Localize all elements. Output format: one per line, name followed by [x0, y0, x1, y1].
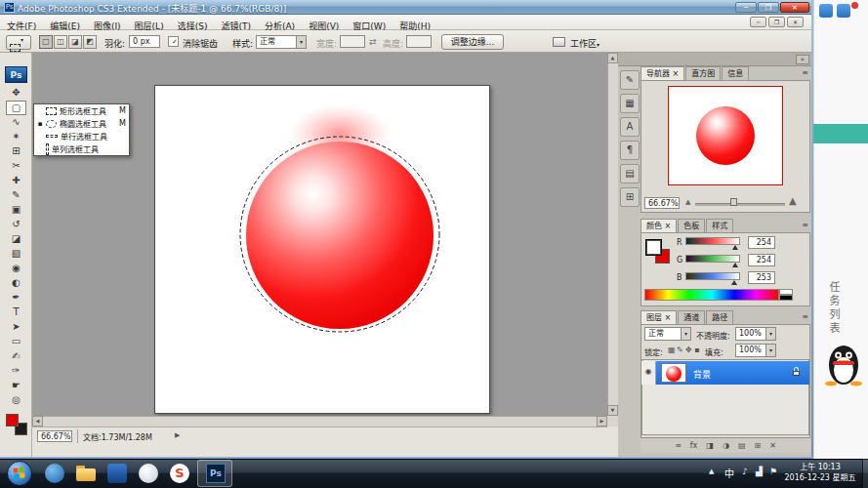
layer-style-icon[interactable]: fx — [690, 441, 698, 450]
zoom-in-mountain-icon[interactable]: ▲ — [789, 195, 797, 206]
tray-chevron-icon[interactable]: ▲ — [709, 468, 714, 475]
foreground-color-swatch[interactable] — [6, 414, 19, 427]
hand-tool[interactable]: ☛ — [6, 379, 26, 393]
brushes-panel-icon[interactable]: ✎ — [620, 70, 640, 90]
character-panel-icon[interactable]: A — [620, 117, 640, 137]
lock-pixels-icon[interactable]: ✎ — [677, 346, 683, 354]
lasso-tool[interactable]: ∿ — [6, 115, 26, 130]
collapse-dock-icon[interactable]: « — [796, 55, 809, 64]
green-value-input[interactable]: 254 — [748, 254, 775, 266]
dodge-tool[interactable]: ◐ — [6, 276, 26, 291]
crop-tool[interactable]: ⊞ — [6, 144, 26, 159]
clone-stamp-tool[interactable]: ▣ — [6, 203, 26, 218]
brush-tool[interactable]: ✎ — [6, 188, 26, 203]
eyedropper-tool[interactable]: ✑ — [6, 364, 26, 379]
scroll-right-icon[interactable]: ▶ — [597, 416, 607, 427]
dock-grip[interactable]: « — [618, 53, 813, 66]
flyout-item-single-row-marquee[interactable]: 单行选框工具 — [34, 130, 129, 142]
doc-minimize-button[interactable]: ─ — [750, 17, 766, 27]
tab-paths[interactable]: 路径 — [706, 310, 733, 324]
notes-tool[interactable]: ✍ — [6, 349, 26, 364]
media-player-icon[interactable] — [107, 464, 127, 483]
tool-presets-panel-icon[interactable]: ⊞ — [620, 187, 640, 207]
blue-slider-thumb[interactable] — [731, 280, 737, 285]
marquee-tool[interactable]: ▢ — [6, 101, 26, 115]
history-brush-tool[interactable]: ↺ — [6, 218, 26, 232]
blue-value-input[interactable]: 253 — [748, 271, 775, 284]
show-desktop-button[interactable] — [862, 459, 868, 488]
new-selection-mode-button[interactable]: ▢ — [39, 35, 53, 49]
new-group-icon[interactable]: ▤ — [738, 441, 746, 450]
task-list-label[interactable]: 任务列表 — [825, 281, 841, 336]
swap-dimensions-icon[interactable]: ⇄ — [369, 37, 377, 47]
flyout-item-ellipse-marquee[interactable]: ▪ 椭圆选框工具 M — [34, 117, 129, 130]
navigator-zoom-input[interactable]: 66.67% — [644, 197, 680, 209]
path-selection-tool[interactable]: ➤ — [6, 320, 26, 335]
add-layer-mask-icon[interactable]: ◨ — [706, 441, 714, 450]
subtract-selection-mode-button[interactable]: ◪ — [68, 35, 82, 49]
lock-transparency-icon[interactable]: ▦ — [668, 346, 676, 354]
healing-brush-tool[interactable]: ✚ — [6, 174, 26, 188]
tab-navigator[interactable]: 导航器 × — [641, 66, 684, 80]
tab-styles[interactable]: 样式 — [706, 219, 733, 232]
sidebar-shortcut-icon-2[interactable] — [837, 4, 850, 18]
color-spectrum-ramp[interactable] — [644, 289, 779, 301]
sidebar-shortcut-icon-1[interactable] — [819, 4, 833, 18]
tab-swatches[interactable]: 色板 — [678, 219, 705, 232]
navigator-slider-thumb[interactable] — [730, 198, 737, 206]
eraser-tool[interactable]: ◪ — [6, 232, 26, 247]
doc-close-button[interactable]: ✕ — [787, 17, 804, 27]
tab-histogram[interactable]: 直方图 — [685, 66, 721, 80]
sogou-browser-icon[interactable]: S — [170, 464, 189, 483]
antialias-checkbox[interactable]: ✓ — [168, 36, 179, 47]
paragraph-panel-icon[interactable]: ¶ — [620, 141, 640, 160]
red-slider-thumb[interactable] — [732, 245, 738, 250]
explorer-folder-icon[interactable] — [76, 464, 96, 483]
zoom-tool[interactable]: ◎ — [6, 393, 26, 408]
layers-panel-menu-icon[interactable]: ≡ — [802, 312, 808, 321]
sidebar-banner[interactable] — [813, 124, 868, 143]
blend-mode-select[interactable]: 正常▾ — [644, 327, 691, 341]
tool-preset-picker[interactable]: ▾ — [6, 35, 31, 50]
navigator-thumbnail[interactable] — [668, 86, 783, 185]
tab-info[interactable]: 信息 — [722, 66, 749, 80]
new-layer-icon[interactable]: ⊞ — [754, 441, 761, 450]
horizontal-scrollbar[interactable]: ◀ ▶ — [32, 416, 607, 427]
action-center-icon[interactable]: ⚑ — [769, 467, 777, 476]
green-channel-slider[interactable] — [685, 255, 740, 263]
volume-icon[interactable]: ♪ — [742, 467, 748, 476]
workspace-button[interactable]: 工作区▾ — [570, 37, 599, 50]
adjustment-layer-icon[interactable]: ◑ — [723, 441, 729, 450]
color-panel-menu-icon[interactable]: ≡ — [802, 221, 808, 229]
gradient-tool[interactable]: ▧ — [6, 247, 26, 262]
tab-channels[interactable]: 通道 — [678, 310, 705, 324]
add-selection-mode-button[interactable]: ◫ — [54, 35, 67, 49]
refine-edge-button[interactable]: 调整边缘... — [441, 34, 504, 50]
color-panel-foreground-swatch[interactable] — [646, 240, 661, 255]
network-icon[interactable]: ▟ — [756, 467, 763, 476]
app-shortcut-icon[interactable] — [139, 464, 158, 483]
zoom-out-mountain-icon[interactable]: ▲ — [685, 198, 690, 206]
ramp-black-swatch[interactable] — [779, 295, 793, 301]
layer-thumbnail[interactable] — [661, 363, 686, 383]
taskbar-clock[interactable]: 上午 10:13 2016-12-23 星期五 — [781, 462, 859, 485]
layer-visibility-eye-icon[interactable]: ◉ — [641, 361, 656, 385]
layer-comps-panel-icon[interactable]: ▤ — [620, 164, 640, 183]
layer-row-background[interactable]: ◉ 背景 — [641, 361, 809, 385]
zoom-level-input[interactable]: 66.67% — [37, 430, 72, 442]
link-layers-icon[interactable]: ∞ — [675, 441, 682, 450]
feather-input[interactable]: 0 px — [129, 35, 160, 48]
lock-position-icon[interactable]: ✥ — [685, 346, 692, 354]
doc-restore-button[interactable]: ❐ — [768, 17, 785, 27]
status-arrow-icon[interactable]: ▶ — [175, 431, 180, 439]
move-tool[interactable]: ✥ — [6, 86, 26, 101]
type-tool[interactable]: T — [6, 305, 26, 320]
browser-icon[interactable] — [45, 464, 64, 483]
magic-wand-tool[interactable]: ✶ — [6, 130, 26, 144]
green-slider-thumb[interactable] — [732, 263, 738, 267]
taskbar-photoshop-button[interactable]: Ps — [197, 460, 232, 487]
blur-tool[interactable]: ◉ — [6, 262, 26, 276]
blue-channel-slider[interactable] — [685, 272, 740, 280]
scroll-left-icon[interactable]: ◀ — [32, 416, 43, 427]
shape-tool[interactable]: ▭ — [6, 335, 26, 349]
